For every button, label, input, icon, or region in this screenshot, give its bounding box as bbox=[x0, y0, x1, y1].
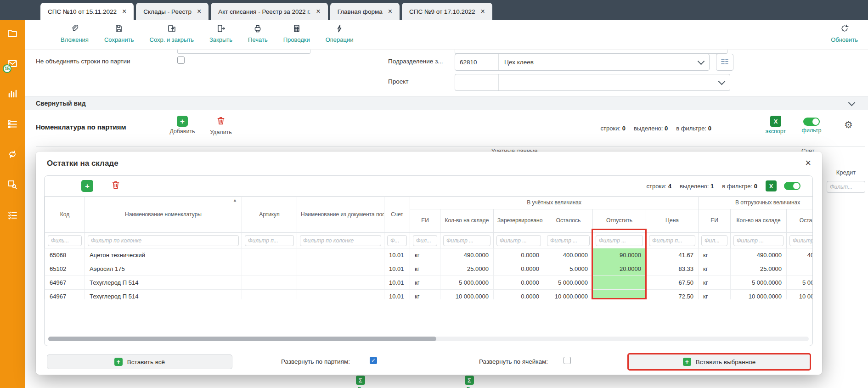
filter-input[interactable] bbox=[733, 235, 783, 246]
cell[interactable]: 90.0000 bbox=[593, 248, 646, 262]
filter-input[interactable] bbox=[88, 235, 239, 246]
stock-search-icon[interactable] bbox=[7, 179, 18, 190]
tab-sps-9[interactable]: СПС №9 от 17.10.2022 × bbox=[402, 3, 492, 20]
column-header[interactable]: Зарезервировано bbox=[494, 209, 544, 233]
cell[interactable]: 10.01 bbox=[384, 290, 410, 300]
cell[interactable]: 25.0000 bbox=[731, 262, 787, 276]
cell[interactable]: 5 000.0000 bbox=[787, 276, 812, 290]
collapsed-view-bar[interactable]: Свернутый вид bbox=[25, 96, 868, 110]
cell[interactable]: 10.01 bbox=[384, 262, 410, 276]
column-header[interactable]: Артикул bbox=[242, 197, 297, 233]
excel-export-icon[interactable]: X bbox=[766, 180, 777, 191]
refresh-button[interactable]: Обновить bbox=[831, 24, 858, 43]
close-button[interactable]: Закрыть bbox=[209, 24, 232, 43]
cell[interactable] bbox=[787, 262, 812, 276]
checklist-icon[interactable] bbox=[7, 209, 18, 220]
toggle-on-icon[interactable] bbox=[803, 118, 820, 126]
export-button[interactable]: X экспорт bbox=[759, 116, 793, 135]
no-merge-checkbox[interactable] bbox=[177, 56, 185, 64]
cell[interactable]: кг bbox=[699, 290, 731, 300]
cell[interactable]: 64967 bbox=[45, 290, 85, 300]
cell[interactable]: 10 000.0000 bbox=[544, 290, 593, 300]
filter-input[interactable] bbox=[443, 235, 490, 246]
project-code-field[interactable] bbox=[455, 74, 499, 90]
cell[interactable]: 72.50 bbox=[646, 290, 699, 300]
division-name-field[interactable]: Цех клеев bbox=[499, 59, 699, 66]
cell[interactable]: 5.0000 bbox=[544, 262, 593, 276]
cell[interactable]: кг bbox=[410, 276, 440, 290]
cell[interactable]: 67.50 bbox=[646, 276, 699, 290]
filter-input[interactable] bbox=[789, 235, 812, 246]
cell[interactable]: кг bbox=[699, 276, 731, 290]
chevron-down-icon[interactable] bbox=[848, 99, 856, 107]
cell[interactable]: 41.67 bbox=[646, 248, 699, 262]
table-row[interactable]: 65068Ацетон технический10.01кг490.00000.… bbox=[45, 248, 813, 262]
column-header[interactable]: Код bbox=[45, 197, 85, 233]
cell[interactable]: кг bbox=[410, 248, 440, 262]
cell[interactable]: 65102 bbox=[45, 262, 85, 276]
division-combobox[interactable]: 62810 Цех клеев bbox=[455, 54, 710, 71]
cell[interactable]: 10.01 bbox=[384, 248, 410, 262]
excel-export-icon[interactable]: X bbox=[770, 116, 781, 127]
project-combobox[interactable] bbox=[455, 74, 730, 91]
scrollbar-thumb[interactable] bbox=[48, 337, 436, 341]
cell[interactable]: 490.0000 bbox=[731, 248, 787, 262]
cell[interactable]: кг bbox=[699, 248, 731, 262]
cell[interactable]: 64967 bbox=[45, 276, 85, 290]
cell[interactable]: 5 000.0000 bbox=[544, 276, 593, 290]
mail-icon[interactable]: 15 bbox=[7, 58, 18, 69]
cell[interactable] bbox=[297, 276, 384, 290]
add-row-button[interactable]: + bbox=[81, 180, 93, 192]
tab-close-icon[interactable]: × bbox=[122, 8, 126, 15]
cell[interactable]: 10 000.0000 bbox=[440, 290, 494, 300]
table-row[interactable]: 64967Техуглерод П 51410.01кг5 000.00000.… bbox=[45, 276, 813, 290]
chevron-down-icon[interactable] bbox=[698, 57, 705, 65]
filter-input[interactable] bbox=[596, 235, 643, 246]
cell[interactable]: 25.0000 bbox=[440, 262, 494, 276]
cell[interactable] bbox=[242, 248, 297, 262]
dialog-close-icon[interactable]: × bbox=[805, 157, 811, 169]
cell[interactable]: 10 000.0000 bbox=[787, 290, 812, 300]
filter-input[interactable] bbox=[245, 235, 294, 246]
column-header[interactable]: Кол-во на складе bbox=[440, 209, 494, 233]
cell[interactable]: 5 000.0000 bbox=[440, 276, 494, 290]
filter-toggle[interactable] bbox=[784, 182, 800, 190]
cell[interactable]: 490.0000 bbox=[440, 248, 494, 262]
save-button[interactable]: Сохранить bbox=[104, 24, 134, 43]
cell[interactable] bbox=[593, 290, 646, 300]
column-header[interactable]: Отпустить bbox=[593, 209, 646, 233]
cell[interactable]: кг bbox=[410, 290, 440, 300]
table-row[interactable]: 65102Аэросил 17510.01кг25.00000.00005.00… bbox=[45, 262, 813, 276]
tab-close-icon[interactable]: × bbox=[480, 8, 485, 15]
filter-input[interactable] bbox=[701, 235, 727, 246]
filter-input[interactable] bbox=[387, 235, 407, 246]
table-row[interactable]: 64967Техуглерод П 51410.01кг10 000.00000… bbox=[45, 290, 813, 300]
cell[interactable]: 20.0000 bbox=[593, 262, 646, 276]
postings-button[interactable]: Проводки bbox=[283, 24, 310, 43]
cell[interactable] bbox=[242, 276, 297, 290]
tab-close-icon[interactable]: × bbox=[388, 8, 392, 15]
expand-batches-checkbox[interactable]: ✓ bbox=[370, 357, 377, 364]
horizontal-scrollbar[interactable] bbox=[48, 337, 809, 341]
save-and-close-button[interactable]: Сохр. и закрыть bbox=[150, 24, 194, 43]
cell[interactable] bbox=[297, 262, 384, 276]
cell[interactable]: 10 000.0000 bbox=[731, 290, 787, 300]
column-header[interactable]: Кол-во на складе bbox=[731, 209, 787, 233]
trash-icon[interactable] bbox=[111, 180, 121, 192]
expand-cells-checkbox[interactable] bbox=[564, 357, 571, 364]
tab-sps-10[interactable]: СПС №10 от 15.11.2022 × bbox=[40, 3, 134, 20]
tab-close-icon[interactable]: × bbox=[316, 8, 320, 15]
cell[interactable] bbox=[242, 290, 297, 300]
tab-glavnaya[interactable]: Главная форма × bbox=[330, 3, 400, 20]
tab-sklady[interactable]: Склады - Реестр × bbox=[136, 3, 209, 20]
cell[interactable]: 0.0000 bbox=[494, 262, 544, 276]
column-header[interactable]: Осталось bbox=[544, 209, 593, 233]
filter-input[interactable] bbox=[300, 235, 381, 246]
attachments-button[interactable]: Вложения bbox=[61, 24, 89, 43]
cell[interactable]: Аэросил 175 bbox=[85, 262, 242, 276]
cell[interactable]: 0.0000 bbox=[494, 248, 544, 262]
filter-toggle[interactable]: фильтр bbox=[795, 118, 829, 134]
column-header[interactable]: Счет bbox=[384, 197, 410, 233]
bar-chart-icon[interactable] bbox=[7, 88, 18, 99]
trash-icon[interactable] bbox=[216, 116, 226, 128]
